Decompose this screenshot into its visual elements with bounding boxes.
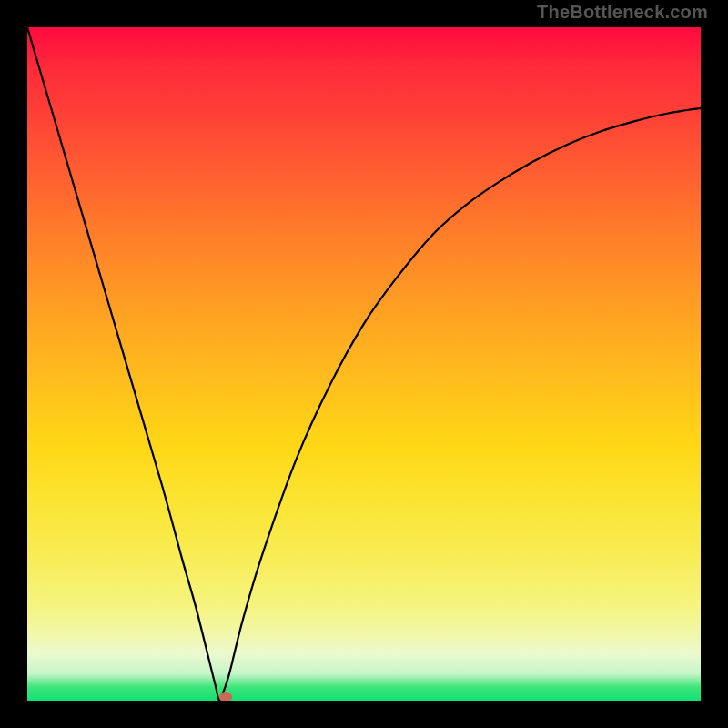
watermark-text: TheBottleneck.com (537, 2, 708, 23)
min-point-marker (219, 692, 232, 701)
chart-frame: TheBottleneck.com (0, 0, 728, 728)
bottleneck-curve (27, 27, 701, 701)
plot-area (27, 27, 701, 701)
